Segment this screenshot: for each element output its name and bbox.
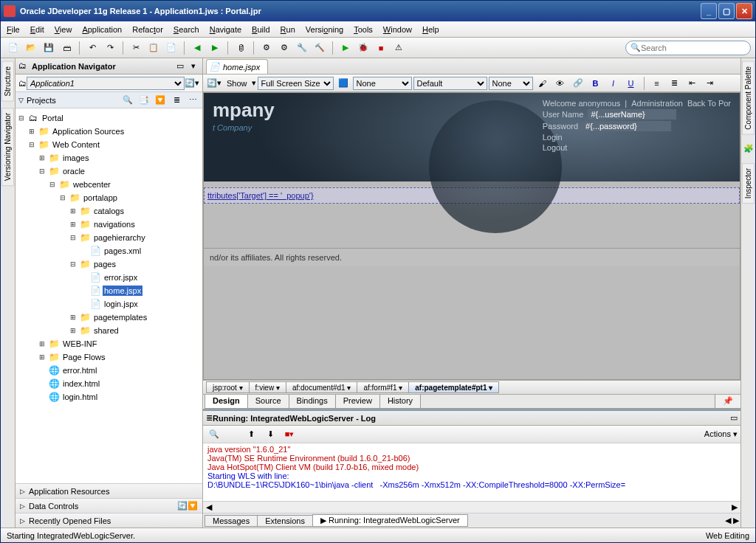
expand-icon[interactable]: ⊟ [69,234,78,241]
view-tab-bindings[interactable]: Bindings [289,395,336,409]
close-button[interactable]: ✕ [736,3,752,19]
expand-icon[interactable]: ⊞ [69,207,78,215]
log-tab-extensions[interactable]: Extensions [257,515,313,527]
projects-filter4-icon[interactable]: ≣ [170,94,183,107]
rail-inspector[interactable]: Inspector [742,163,755,204]
tree-node-webcenter[interactable]: ⊟📁webcenter [17,178,201,191]
log-tab-running-integratedweblogicserver[interactable]: ▶ Running: IntegratedWebLogicServer [312,514,468,527]
warning-icon[interactable]: ⚠ [391,40,407,56]
password-field[interactable] [583,121,671,131]
expand-icon[interactable]: ⊟ [58,194,67,201]
tree-node-portal[interactable]: ⊟🗂Portal [17,111,201,125]
expand-icon[interactable]: ⊟ [27,141,36,148]
accordion-data-controls[interactable]: ▷Data Controls 🔄 🔽 [16,498,202,513]
menu-build[interactable]: Build [252,25,269,34]
tree-node-web-content[interactable]: ⊟📁Web Content [17,138,201,151]
tree-node-navigations[interactable]: ⊞📁navigations [17,218,201,231]
rail-structure[interactable]: Structure [1,61,14,102]
menu-run[interactable]: Run [281,25,295,34]
projects-filter2-icon[interactable]: 📑 [137,94,151,107]
login-link[interactable]: Login [543,133,563,142]
log-tab-messages[interactable]: Messages [205,515,258,527]
menu-search[interactable]: Search [173,25,199,34]
expand-icon[interactable]: ⊞ [38,353,47,361]
link-icon[interactable]: 🔗 [570,75,586,91]
open-icon[interactable]: 📂 [23,40,39,56]
tree-node-page-flows[interactable]: ⊞📁Page Flows [17,350,201,364]
file-tab-home[interactable]: 📄 home.jspx [206,59,268,74]
log-actions[interactable]: Actions ▾ [704,429,738,439]
projects-collapse-icon[interactable]: ▽ [18,97,24,104]
view-tab-design[interactable]: Design [205,395,248,409]
data-controls-filter-icon[interactable]: 🔽 [188,501,198,511]
expand-icon[interactable]: ⊞ [69,327,78,334]
projects-filter1-icon[interactable]: 🔍 [121,94,134,107]
log-output[interactable]: java version "1.6.0_21"Java(TM) SE Runti… [203,443,740,501]
menu-refactor[interactable]: Refactor [132,25,163,34]
eye-icon[interactable]: 👁 [552,75,568,91]
tree-node-shared[interactable]: ⊞📁shared [17,324,201,337]
build-icon[interactable]: ⚙ [258,40,275,56]
username-field[interactable] [588,109,676,120]
rail-versioning[interactable]: Versioning Navigator [1,108,14,186]
cut-icon[interactable]: ✂ [128,40,144,56]
design-surface[interactable]: mpany t Company Welcome anonymous | Admi… [203,92,740,380]
menu-application[interactable]: Application [82,25,122,34]
brush-icon[interactable]: 🖌 [535,75,551,91]
editor-refresh-icon[interactable]: 🔄▾ [206,75,222,91]
expand-icon[interactable]: ⊞ [38,340,47,347]
debug-icon[interactable]: 🐞 [355,40,371,56]
log-up-icon[interactable]: ⬆ [243,426,259,443]
expand-icon[interactable]: ⊟ [48,181,57,188]
log-down-icon[interactable]: ⬇ [262,426,278,443]
list-ul-icon[interactable]: ≡ [649,75,665,91]
indent-icon[interactable]: ⇥ [702,75,718,91]
stop-icon[interactable]: ■ [373,40,389,56]
tree-node-login-html[interactable]: 🌐login.html [17,390,201,404]
app-selector-refresh-icon[interactable]: 🔄 [185,78,195,88]
expand-icon[interactable]: ⊞ [69,314,78,321]
style2-dropdown[interactable]: Default [413,77,487,90]
tree-node-index-html[interactable]: 🌐index.html [17,377,201,390]
expand-icon[interactable]: ⊞ [38,154,47,162]
menu-tools[interactable]: Tools [354,25,373,34]
tree-node-oracle[interactable]: ⊟📁oracle [17,165,201,178]
logout-link[interactable]: Logout [543,143,568,152]
outdent-icon[interactable]: ⇤ [684,75,701,91]
breadcrumb-item[interactable]: af:form#f1 ▾ [357,381,409,393]
minimize-panel-icon[interactable]: ▭ [174,60,186,72]
data-controls-refresh-icon[interactable]: 🔄 [177,501,188,511]
minimize-button[interactable]: _ [701,3,717,19]
tree-node-application-sources[interactable]: ⊞📁Application Sources [17,125,201,138]
tree-node-pages[interactable]: ⊟📁pages [17,257,201,271]
scroll-right-icon[interactable]: ▶ [732,502,738,512]
scroll-left-icon[interactable]: ◀ [206,502,212,512]
expand-icon[interactable]: ⊟ [69,260,78,268]
tree-node-web-inf[interactable]: ⊞📁WEB-INF [17,337,201,350]
menu-navigate[interactable]: Navigate [210,25,241,34]
maximize-button[interactable]: ▢ [718,3,735,19]
view-tab-history[interactable]: History [379,395,421,409]
menu-edit[interactable]: Edit [30,25,44,34]
tree-node-home-jspx[interactable]: 📄home.jspx [17,284,201,297]
underline-icon[interactable]: U [623,75,639,91]
menu-file[interactable]: File [7,25,20,34]
rail-resource-icon[interactable]: 🧩 [740,141,756,157]
search-input[interactable] [641,44,746,52]
app-selector[interactable]: Application1 [27,77,185,90]
view-tab-preview[interactable]: Preview [335,395,380,409]
project-tree[interactable]: ⊟🗂Portal⊞📁Application Sources⊟📁Web Conte… [16,108,202,483]
menu-view[interactable]: View [55,25,72,34]
tree-node-pagehierarchy[interactable]: ⊟📁pagehierarchy [17,231,201,244]
new-icon[interactable]: 📄 [5,40,21,56]
log-tab-nav[interactable]: ◀ ▶ [725,516,739,525]
menu-window[interactable]: Window [383,25,412,34]
tree-node-pagetemplates[interactable]: ⊞📁pagetemplates [17,311,201,324]
dropdown-panel-icon[interactable]: ▾ [188,60,199,72]
tree-node-error-jspx[interactable]: 📄error.jspx [17,271,201,284]
breadcrumb-item[interactable]: f:view ▾ [249,381,286,393]
projects-filter5-icon[interactable]: ⋯ [186,94,199,107]
list-ol-icon[interactable]: ≣ [667,75,683,91]
expand-icon[interactable]: ⊞ [69,221,78,228]
save-icon[interactable]: 💾 [41,40,57,56]
